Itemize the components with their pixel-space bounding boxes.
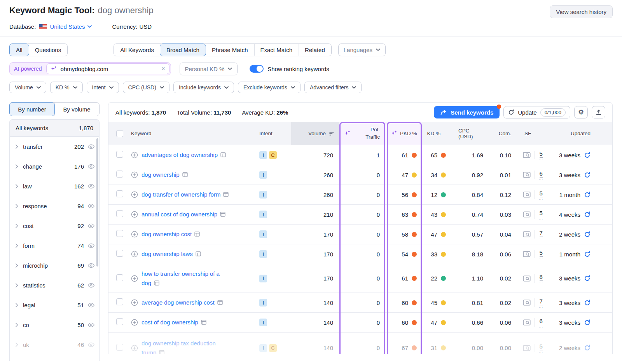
keyword-group-law[interactable]: law 162: [10, 176, 99, 196]
row-checkbox[interactable]: [116, 298, 123, 305]
personal-kd-dropdown[interactable]: Personal KD %: [180, 63, 238, 75]
keyword-link[interactable]: dog ownership laws: [142, 249, 201, 258]
row-checkbox[interactable]: [116, 274, 123, 281]
seed-keyword-input[interactable]: ohmydogblog.com ×: [46, 63, 169, 74]
eye-icon[interactable]: [87, 322, 95, 327]
serp-preview-icon[interactable]: [523, 275, 531, 282]
keyword-group-uk[interactable]: uk 46: [10, 335, 99, 355]
sf-link[interactable]: 5...: [539, 250, 543, 259]
sf-link[interactable]: 5...: [539, 190, 543, 199]
serp-preview-icon[interactable]: [523, 300, 531, 306]
keyword-link[interactable]: dog ownership cost: [142, 230, 200, 239]
sort-by-volume-tab[interactable]: By volume: [54, 103, 99, 116]
tab-related[interactable]: Related: [299, 44, 331, 56]
tab-phrase-match[interactable]: Phrase Match: [206, 44, 254, 56]
keyword-link[interactable]: dog ownership: [142, 170, 188, 179]
keyword-group-statistics[interactable]: statistics 62: [10, 275, 99, 295]
sort-by-number-tab[interactable]: By number: [9, 102, 55, 116]
keyword-link[interactable]: annual cost of dog ownership: [142, 210, 225, 219]
filter-kd[interactable]: KD %: [50, 82, 83, 93]
keyword-group-response[interactable]: response 94: [10, 196, 99, 216]
filter-cpc-usd[interactable]: CPC (USD): [123, 82, 169, 93]
serp-preview-icon[interactable]: [523, 345, 531, 351]
serp-preview-icon[interactable]: [523, 172, 531, 178]
serp-preview-icon[interactable]: [523, 319, 531, 326]
row-checkbox[interactable]: [116, 190, 123, 197]
add-keyword-icon[interactable]: [131, 191, 138, 198]
export-button[interactable]: [592, 106, 605, 118]
keyword-link[interactable]: dog ownership tax deduction trump: [142, 339, 216, 354]
add-keyword-icon[interactable]: [131, 231, 138, 238]
add-keyword-icon[interactable]: [131, 211, 138, 218]
refresh-keyword-icon[interactable]: [584, 251, 591, 258]
refresh-keyword-icon[interactable]: [584, 231, 591, 238]
add-keyword-icon[interactable]: [131, 171, 138, 178]
row-checkbox[interactable]: [116, 250, 123, 257]
header-updated[interactable]: Updated: [552, 122, 612, 145]
header-pot-traffic[interactable]: Pot. Traffic: [339, 122, 386, 145]
sidebar-scrollbar[interactable]: [96, 138, 98, 266]
filter-volume[interactable]: Volume: [9, 82, 46, 93]
refresh-keyword-icon[interactable]: [584, 192, 591, 198]
languages-dropdown[interactable]: Languages: [338, 44, 386, 56]
serp-features-icon[interactable]: [194, 232, 200, 237]
header-pkd[interactable]: PKD %: [386, 122, 422, 145]
add-keyword-icon[interactable]: [131, 319, 138, 326]
show-ranking-keywords-toggle[interactable]: [250, 65, 264, 73]
header-cpc[interactable]: CPC (USD): [458, 122, 493, 145]
sf-link[interactable]: 5...: [539, 343, 543, 352]
keyword-group-transfer[interactable]: transfer 202: [10, 137, 99, 157]
all-keywords-group[interactable]: All keywords 1,870: [10, 120, 99, 137]
sf-link[interactable]: 7...: [539, 230, 543, 239]
serp-features-icon[interactable]: [154, 280, 159, 286]
refresh-keyword-icon[interactable]: [584, 345, 591, 351]
add-keyword-icon[interactable]: [131, 345, 138, 352]
sf-link[interactable]: 5...: [539, 210, 543, 219]
eye-icon[interactable]: [87, 243, 95, 248]
filter-exclude-keywords[interactable]: Exclude keywords: [238, 82, 301, 93]
sf-link[interactable]: 6...: [539, 318, 543, 327]
eye-icon[interactable]: [87, 223, 95, 228]
view-search-history-button[interactable]: View search history: [550, 5, 613, 18]
row-checkbox[interactable]: [116, 171, 123, 178]
serp-preview-icon[interactable]: [523, 152, 531, 158]
serp-preview-icon[interactable]: [523, 251, 531, 257]
row-checkbox[interactable]: [116, 210, 123, 217]
eye-icon[interactable]: [87, 164, 95, 169]
sf-link[interactable]: 8...: [539, 274, 543, 283]
refresh-keyword-icon[interactable]: [584, 275, 591, 282]
add-keyword-icon[interactable]: [131, 299, 138, 306]
select-all-checkbox[interactable]: [116, 130, 123, 137]
sf-link[interactable]: 7...: [539, 298, 543, 307]
serp-features-icon[interactable]: [220, 152, 226, 157]
keyword-link[interactable]: average dog ownership cost: [142, 298, 223, 307]
header-kd[interactable]: KD %: [422, 122, 458, 145]
eye-icon[interactable]: [87, 283, 95, 288]
serp-features-icon[interactable]: [217, 300, 223, 305]
sf-link[interactable]: 6...: [539, 171, 543, 179]
eye-icon[interactable]: [87, 303, 95, 308]
refresh-keyword-icon[interactable]: [584, 152, 591, 158]
serp-features-icon[interactable]: [196, 251, 201, 256]
keyword-link[interactable]: dog transfer of ownership form: [142, 190, 229, 199]
filter-intent[interactable]: Intent: [87, 82, 119, 93]
filter-advanced-filters[interactable]: Advanced filters: [304, 82, 362, 93]
send-keywords-button[interactable]: Send keywords: [434, 106, 500, 118]
tab-all-keywords[interactable]: All Keywords: [114, 44, 160, 56]
header-com[interactable]: Com.: [493, 122, 521, 145]
sf-link[interactable]: 5...: [539, 151, 543, 160]
refresh-keyword-icon[interactable]: [584, 300, 591, 306]
header-volume[interactable]: Volume: [291, 122, 339, 145]
tab-questions[interactable]: Questions: [29, 44, 68, 56]
eye-icon[interactable]: [87, 204, 95, 209]
eye-icon[interactable]: [87, 263, 95, 268]
eye-icon[interactable]: [87, 342, 95, 347]
keyword-group-microchip[interactable]: microchip 69: [10, 256, 99, 275]
row-checkbox[interactable]: [116, 318, 123, 325]
database-selector[interactable]: United States: [50, 23, 92, 30]
tab-broad-match[interactable]: Broad Match: [160, 44, 206, 56]
tab-all[interactable]: All: [9, 44, 29, 56]
row-checkbox[interactable]: [116, 344, 123, 351]
keyword-group-legal[interactable]: legal 51: [10, 295, 99, 315]
serp-features-icon[interactable]: [220, 212, 225, 217]
